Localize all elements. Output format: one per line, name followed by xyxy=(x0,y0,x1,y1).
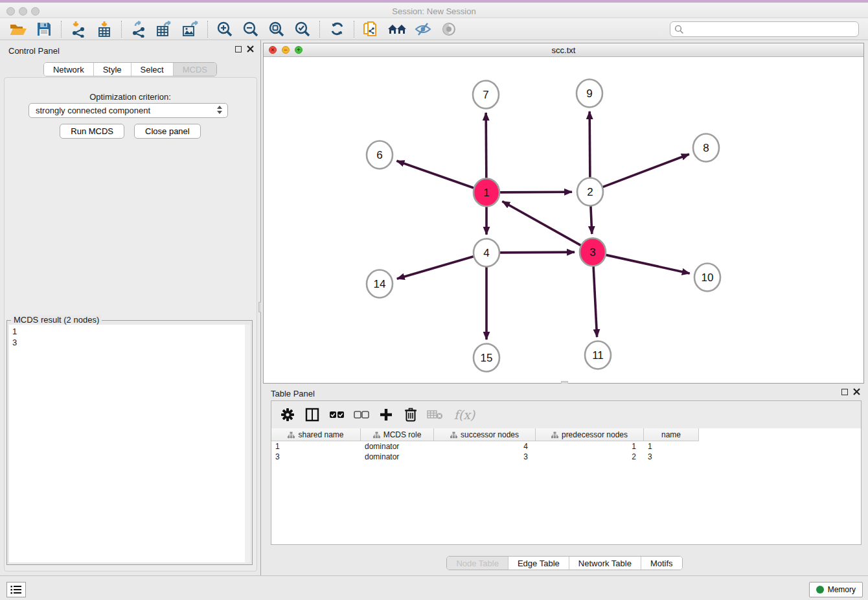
split-table-button[interactable] xyxy=(301,404,323,425)
deselect-all-button[interactable] xyxy=(350,404,372,425)
graph-edge-1-7[interactable] xyxy=(486,113,486,181)
table-cell[interactable]: 3 xyxy=(434,452,536,462)
delete-column-button[interactable] xyxy=(400,404,422,425)
column-sort-icon xyxy=(373,432,380,439)
table-cell[interactable]: 1 xyxy=(644,441,699,452)
add-column-button[interactable] xyxy=(375,404,397,425)
clone-network-button[interactable] xyxy=(358,19,384,39)
table-cell[interactable]: dominator xyxy=(361,452,434,462)
table-panel-float-icon[interactable] xyxy=(841,389,848,395)
network-canvas[interactable]: 7968124314101511 xyxy=(264,57,863,383)
show-all-button[interactable] xyxy=(436,19,462,39)
zoom-out-button[interactable] xyxy=(238,19,264,39)
import-table-button[interactable] xyxy=(91,19,117,39)
export-network-button[interactable] xyxy=(126,19,152,39)
column-header-shared-name[interactable]: shared name xyxy=(271,428,361,441)
first-neighbors-button[interactable] xyxy=(384,19,410,39)
table-settings-button[interactable] xyxy=(277,404,299,425)
table-cell[interactable]: 4 xyxy=(434,441,536,452)
zoom-selected-button[interactable] xyxy=(290,19,315,39)
graph-node-label: 8 xyxy=(703,142,709,154)
column-sort-icon xyxy=(450,432,457,439)
export-image-button[interactable] xyxy=(177,19,203,39)
run-mcds-button[interactable]: Run MCDS xyxy=(60,124,124,139)
table-row[interactable]: 1dominator411 xyxy=(271,441,861,452)
tab-mcds[interactable]: MCDS xyxy=(173,63,216,76)
memory-button[interactable]: Memory xyxy=(809,582,863,597)
tab-motifs[interactable]: Motifs xyxy=(641,557,682,570)
tab-style[interactable]: Style xyxy=(93,63,131,76)
table-panel: Table Panel xyxy=(261,384,868,575)
graph-edge-4-3[interactable] xyxy=(498,252,575,253)
mcds-result-scrollbar[interactable] xyxy=(245,325,250,562)
graph-edge-3-10[interactable] xyxy=(604,255,690,273)
graph-node-label: 9 xyxy=(586,87,592,100)
column-label: name xyxy=(661,430,681,439)
close-panel-button[interactable]: Close panel xyxy=(134,124,201,139)
status-bar: Memory xyxy=(0,575,868,600)
column-header-successor-nodes[interactable]: successor nodes xyxy=(434,428,536,441)
network-window-titlebar[interactable]: × − + scc.txt xyxy=(264,43,863,57)
open-file-button[interactable] xyxy=(5,19,31,39)
graph-node-label: 2 xyxy=(587,186,593,198)
column-header-predecessor-nodes[interactable]: predecessor nodes xyxy=(536,428,644,441)
hide-selected-button[interactable] xyxy=(410,19,436,39)
tab-edge-table[interactable]: Edge Table xyxy=(508,557,569,570)
refresh-view-button[interactable] xyxy=(324,19,350,39)
zoom-fit-button[interactable] xyxy=(264,19,290,39)
delete-table-button[interactable] xyxy=(424,404,446,425)
toolbar-separator xyxy=(121,21,122,38)
column-header-name[interactable]: name xyxy=(644,428,699,441)
search-input[interactable] xyxy=(670,21,859,37)
plus-icon xyxy=(379,408,393,422)
column-sort-icon xyxy=(288,432,295,439)
table-panel-tabs: Node TableEdge TableNetwork TableMotifs xyxy=(446,556,682,570)
column-header-MCDS-role[interactable]: MCDS role xyxy=(361,428,434,441)
graph-node-label: 1 xyxy=(483,187,489,199)
fx-icon: f(x) xyxy=(454,408,475,422)
graph-edge-4-14[interactable] xyxy=(397,256,475,279)
network-view-window: × − + scc.txt 7968124314101511 xyxy=(263,43,864,384)
table-panel-close-icon[interactable] xyxy=(853,388,860,395)
graph-edge-2-3[interactable] xyxy=(591,203,592,234)
save-session-button[interactable] xyxy=(31,19,57,39)
control-panel-float-icon[interactable] xyxy=(235,46,242,52)
zoom-in-button[interactable] xyxy=(212,19,238,39)
table-cell[interactable]: 2 xyxy=(536,452,644,462)
function-builder-button[interactable]: f(x) xyxy=(449,404,480,425)
mcds-result-title: MCDS result (2 nodes) xyxy=(11,315,102,325)
graph-edge-1-6[interactable] xyxy=(396,161,475,189)
graph-edge-3-11[interactable] xyxy=(593,264,597,337)
tab-select[interactable]: Select xyxy=(131,63,173,76)
save-icon xyxy=(36,21,52,37)
select-all-button[interactable] xyxy=(326,404,348,425)
tab-network-table[interactable]: Network Table xyxy=(569,557,641,570)
table-cell[interactable]: 3 xyxy=(644,452,699,462)
table-row[interactable]: 3dominator323 xyxy=(271,452,861,462)
optimization-criterion-select[interactable]: strongly connected component xyxy=(29,103,228,118)
graph-edge-2-8[interactable] xyxy=(601,154,689,188)
table-cell[interactable]: 1 xyxy=(271,441,361,452)
graph-edge-2-9[interactable] xyxy=(589,111,590,180)
control-panel-close-icon[interactable] xyxy=(247,45,254,52)
import-network-button[interactable] xyxy=(65,19,91,39)
task-history-button[interactable] xyxy=(6,582,26,597)
tab-network[interactable]: Network xyxy=(44,63,93,76)
graph-edge-3-1[interactable] xyxy=(502,202,582,246)
mcds-result-area[interactable]: 1 3 xyxy=(9,325,250,562)
import-table-icon xyxy=(96,21,113,38)
main-toolbar xyxy=(0,18,868,40)
delete-table-icon xyxy=(427,409,444,421)
tab-node-table[interactable]: Node Table xyxy=(447,557,508,570)
network-window-title: scc.txt xyxy=(264,45,863,55)
export-table-button[interactable] xyxy=(152,19,177,39)
graph-edge-1-2[interactable] xyxy=(498,192,572,192)
table-cell[interactable]: dominator xyxy=(361,441,434,452)
table-cell[interactable]: 3 xyxy=(271,452,361,462)
toolbar-separator xyxy=(354,21,354,38)
table-cell[interactable]: 1 xyxy=(536,441,644,452)
table-toolbar: f(x) xyxy=(271,401,861,428)
split-columns-icon xyxy=(305,408,319,422)
graph-node-label: 15 xyxy=(481,352,493,364)
select-stepper-icon xyxy=(217,106,222,114)
